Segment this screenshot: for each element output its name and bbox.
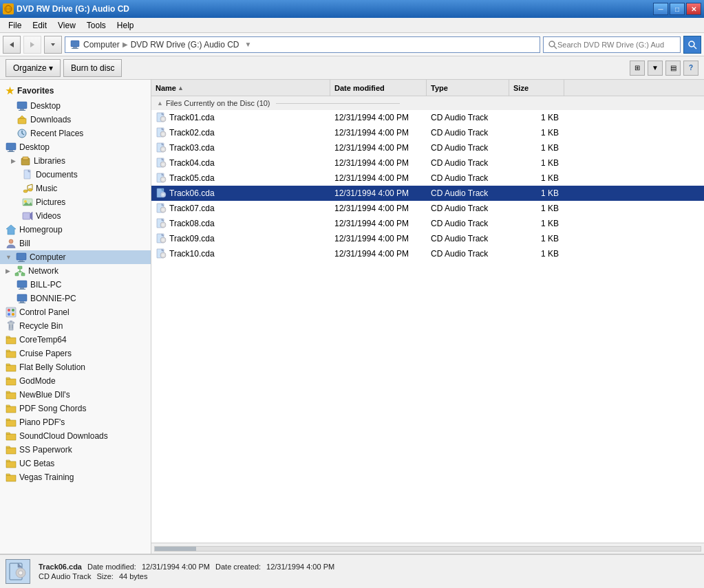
sidebar-label-newblue: NewBlue Dll's (19, 390, 70, 400)
file-row[interactable]: Track02.cda 12/31/1994 4:00 PM CD Audio … (151, 125, 704, 140)
burn-button[interactable]: Burn to disc (63, 59, 122, 77)
file-row[interactable]: Track07.cda 12/31/1994 4:00 PM CD Audio … (151, 201, 704, 216)
search-box[interactable] (543, 36, 681, 53)
menu-help[interactable]: Help (111, 19, 140, 32)
menu-file[interactable]: File (3, 19, 27, 32)
minimize-button[interactable]: ─ (653, 3, 668, 15)
file-row[interactable]: Track10.cda 12/31/1994 4:00 PM CD Audio … (151, 246, 704, 261)
file-cell-date: 12/31/1994 4:00 PM (330, 127, 427, 139)
file-row[interactable]: Track04.cda 12/31/1994 4:00 PM CD Audio … (151, 155, 704, 171)
svg-point-29 (28, 188, 32, 191)
file-row[interactable]: Track09.cda 12/31/1994 4:00 PM CD Audio … (151, 231, 704, 246)
address-dropdown[interactable]: ▼ (245, 41, 252, 48)
sidebar-item-libraries[interactable]: ▶ Libraries (0, 154, 151, 168)
organize-button[interactable]: Organize ▾ (6, 59, 61, 77)
sidebar-item-coretemp[interactable]: CoreTemp64 (0, 333, 151, 347)
close-button[interactable]: ✕ (686, 3, 701, 15)
sidebar-item-music[interactable]: Music (0, 182, 151, 195)
sidebar-item-soundcloud[interactable]: SoundCloud Downloads (0, 429, 151, 443)
sidebar-item-network[interactable]: ▶ Network (0, 264, 151, 278)
sidebar-item-desktop[interactable]: Desktop (0, 140, 151, 154)
sidebar-item-downloads[interactable]: Downloads (0, 113, 151, 127)
col-header-date[interactable]: Date modified (330, 80, 427, 96)
sidebar-item-recent[interactable]: Recent Places (0, 127, 151, 140)
sidebar-item-pdf-song[interactable]: PDF Song Chords (0, 402, 151, 415)
menu-tools[interactable]: Tools (81, 19, 111, 32)
col-header-size[interactable]: Size (509, 80, 564, 96)
sidebar-item-documents[interactable]: Documents (0, 168, 151, 182)
file-row[interactable]: Track08.cda 12/31/1994 4:00 PM CD Audio … (151, 216, 704, 231)
file-row[interactable]: Track05.cda 12/31/1994 4:00 PM CD Audio … (151, 171, 704, 186)
svg-rect-54 (19, 303, 25, 303)
recent-button[interactable] (44, 36, 62, 54)
svg-rect-51 (19, 289, 25, 290)
sidebar-item-cruise-papers[interactable]: Cruise Papers (0, 347, 151, 360)
sidebar-item-recycle-bin[interactable]: Recycle Bin (0, 319, 151, 333)
menu-edit[interactable]: Edit (27, 19, 52, 32)
status-date-modified-label: Date modified: (87, 563, 136, 571)
maximize-button[interactable]: □ (670, 3, 685, 15)
file-cell-date: 12/31/1994 4:00 PM (330, 142, 427, 154)
search-button[interactable] (683, 36, 701, 54)
menu-view[interactable]: View (52, 19, 81, 32)
sidebar-item-uc-betas[interactable]: UC Betas (0, 457, 151, 470)
back-button[interactable] (3, 36, 21, 54)
favorites-header: ★ Favorites (0, 83, 151, 99)
file-cell-type: CD Audio Track (427, 127, 509, 139)
sidebar-item-pictures[interactable]: Pictures (0, 195, 151, 209)
sidebar-item-bill[interactable]: Bill (0, 237, 151, 250)
cda-icon (156, 203, 167, 214)
address-field[interactable]: Computer ▶ DVD RW Drive (G:) Audio CD ▼ (65, 36, 540, 53)
sidebar-label-desktop-fav: Desktop (30, 101, 61, 111)
sidebar-item-control-panel[interactable]: Control Panel (0, 305, 151, 319)
file-cell-date: 12/31/1994 4:00 PM (330, 187, 427, 199)
svg-point-58 (8, 313, 10, 316)
sidebar-item-desktop-fav[interactable]: Desktop (0, 99, 151, 113)
folder-vegas-icon (6, 472, 17, 483)
group-collapse-icon[interactable]: ▲ (157, 100, 163, 107)
col-header-type[interactable]: Type (427, 80, 509, 96)
status-type: CD Audio Track (39, 572, 91, 580)
sidebar-item-newblue[interactable]: NewBlue Dll's (0, 388, 151, 402)
sidebar-item-homegroup[interactable]: Homegroup (0, 223, 151, 237)
folder-newblue-icon (6, 389, 17, 400)
file-row[interactable]: Track06.cda 12/31/1994 4:00 PM CD Audio … (151, 186, 704, 201)
sidebar-item-bonnie-pc[interactable]: BONNIE-PC (0, 292, 151, 305)
search-input[interactable] (557, 41, 664, 49)
file-row[interactable]: Track01.cda 12/31/1994 4:00 PM CD Audio … (151, 110, 704, 125)
svg-rect-6 (71, 41, 79, 47)
svg-point-103 (162, 254, 164, 257)
file-cell-size: 1 KB (509, 172, 564, 184)
sidebar-item-godmode[interactable]: GodMode (0, 374, 151, 388)
address-arrow: ▶ (122, 41, 128, 48)
hscroll-thumb[interactable] (155, 547, 196, 551)
forward-button[interactable] (23, 36, 41, 54)
sidebar-item-computer[interactable]: ▼ Computer (0, 250, 151, 264)
star-icon: ★ (6, 85, 14, 96)
svg-marker-5 (51, 43, 55, 46)
sidebar-label-videos: Videos (36, 211, 61, 221)
sidebar-item-vegas-training[interactable]: Vegas Training (0, 470, 151, 484)
help-button[interactable]: ? (683, 61, 698, 76)
svg-rect-7 (73, 47, 77, 48)
sidebar-item-piano-pdf[interactable]: Piano PDF's (0, 415, 151, 429)
svg-point-91 (162, 209, 164, 211)
svg-rect-43 (18, 266, 22, 269)
sidebar-item-videos[interactable]: Videos (0, 209, 151, 223)
sidebar-item-bill-pc[interactable]: BILL-PC (0, 278, 151, 292)
sidebar-item-ss-paperwork[interactable]: SS Paperwork (0, 443, 151, 457)
file-cell-type: CD Audio Track (427, 157, 509, 169)
cda-icon (156, 188, 167, 199)
sidebar-label-recent: Recent Places (30, 129, 83, 138)
sidebar-label-piano-pdf: Piano PDF's (19, 417, 65, 427)
svg-rect-15 (19, 110, 25, 111)
view-dropdown-button[interactable]: ▼ (648, 61, 663, 76)
file-cell-name: Track07.cda (151, 202, 330, 215)
sidebar-label-homegroup: Homegroup (19, 225, 63, 235)
col-header-name[interactable]: Name ▲ (151, 80, 330, 96)
preview-pane-button[interactable]: ▤ (665, 61, 681, 76)
sidebar-item-flat-belly[interactable]: Flat Belly Solution (0, 360, 151, 374)
horizontal-scrollbar[interactable] (151, 543, 704, 554)
view-grid-button[interactable]: ⊞ (630, 61, 645, 76)
file-row[interactable]: Track03.cda 12/31/1994 4:00 PM CD Audio … (151, 140, 704, 155)
